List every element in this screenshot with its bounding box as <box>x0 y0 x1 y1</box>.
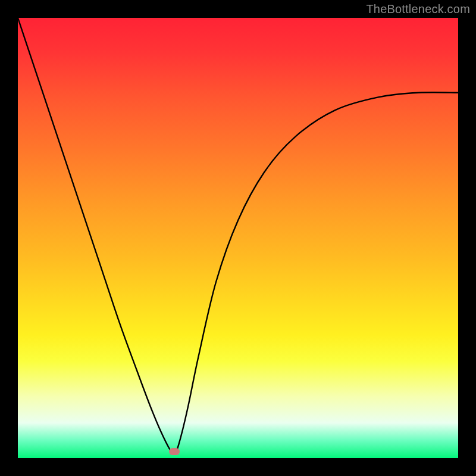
optimum-marker <box>169 448 180 455</box>
chart-plot-area <box>18 18 458 458</box>
watermark-text: TheBottleneck.com <box>366 2 470 16</box>
bottleneck-curve <box>18 18 458 458</box>
chart-stage: TheBottleneck.com <box>0 0 476 476</box>
